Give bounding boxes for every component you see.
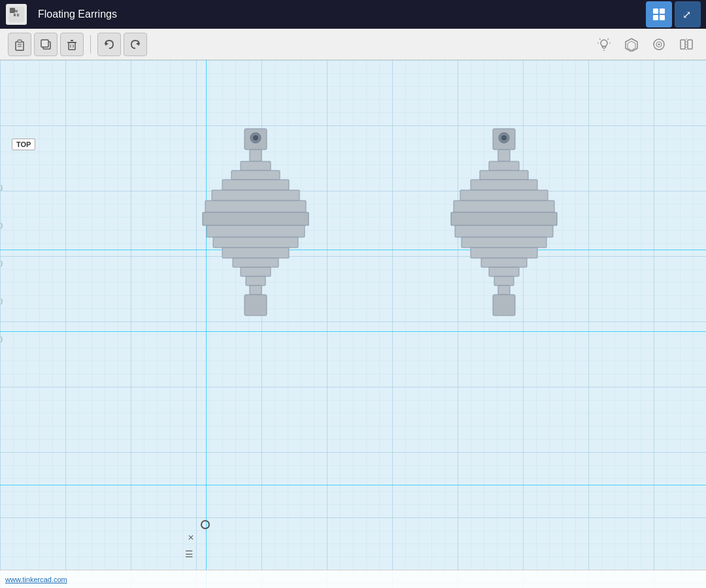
redo-button[interactable] <box>124 33 147 56</box>
svg-rect-42 <box>250 150 261 161</box>
right-earring[interactable] <box>451 129 557 316</box>
svg-rect-48 <box>203 212 309 225</box>
svg-line-27 <box>608 39 609 40</box>
app-logo: N R D <box>6 4 27 25</box>
svg-rect-34 <box>688 40 692 49</box>
header-right: ⤢ <box>646 1 706 27</box>
svg-rect-54 <box>246 276 265 286</box>
bottom-bar: www.tinkercad.com <box>0 570 706 588</box>
svg-rect-68 <box>462 237 546 248</box>
svg-rect-63 <box>471 180 537 190</box>
light-button[interactable] <box>592 33 616 56</box>
toolbar-right <box>592 33 698 56</box>
svg-rect-14 <box>41 40 48 47</box>
paste-button[interactable] <box>8 33 31 56</box>
zoom-button[interactable]: ⤢ <box>675 1 701 27</box>
svg-rect-7 <box>660 15 665 20</box>
x-marker: ✕ <box>188 533 194 542</box>
toolbar <box>0 29 706 60</box>
copy-button[interactable] <box>34 33 58 56</box>
svg-rect-74 <box>493 295 515 316</box>
svg-rect-46 <box>212 190 299 201</box>
svg-rect-67 <box>455 225 553 237</box>
svg-rect-47 <box>205 201 306 212</box>
svg-rect-60 <box>498 150 510 161</box>
svg-point-59 <box>501 135 507 140</box>
svg-text:⤢: ⤢ <box>682 9 691 20</box>
svg-marker-21 <box>136 42 139 46</box>
svg-rect-73 <box>498 286 510 295</box>
svg-rect-64 <box>460 190 548 201</box>
svg-rect-5 <box>660 8 665 14</box>
url-link[interactable]: www.tinkercad.com <box>5 576 67 583</box>
svg-marker-29 <box>628 41 635 50</box>
left-ruler-numbers: ) ) ) ) ) <box>1 184 3 342</box>
header-bar: N R D Floating Earrings ⤢ <box>0 0 706 29</box>
svg-rect-69 <box>471 248 537 258</box>
svg-rect-15 <box>69 42 75 50</box>
svg-rect-65 <box>454 201 554 212</box>
ruler-num-1: ) <box>1 184 3 191</box>
lines-marker: ☰ <box>185 549 193 559</box>
svg-point-32 <box>658 43 660 45</box>
svg-rect-62 <box>480 171 528 180</box>
svg-rect-50 <box>213 237 298 248</box>
svg-text:R D: R D <box>14 13 20 17</box>
svg-rect-72 <box>494 276 514 286</box>
undo-button[interactable] <box>97 33 121 56</box>
svg-point-41 <box>253 135 258 140</box>
svg-rect-55 <box>250 286 261 295</box>
svg-rect-33 <box>681 40 685 49</box>
toolbar-divider-1 <box>90 35 91 54</box>
svg-rect-43 <box>241 161 271 171</box>
viewport[interactable]: TOP ) ) ) ) ) ✕ ☰ <box>0 60 706 588</box>
svg-rect-10 <box>18 40 22 42</box>
svg-line-26 <box>599 39 601 40</box>
svg-rect-70 <box>481 258 527 267</box>
left-earring[interactable] <box>203 129 309 316</box>
title-area: Floating Earrings <box>33 8 646 20</box>
svg-rect-4 <box>653 8 658 14</box>
ruler-num-2: ) <box>1 222 3 229</box>
svg-rect-71 <box>489 267 519 276</box>
svg-rect-45 <box>222 180 289 190</box>
logo-area: N R D <box>0 0 33 29</box>
svg-rect-6 <box>653 15 658 20</box>
circle-marker <box>201 520 210 529</box>
svg-rect-53 <box>241 267 271 276</box>
svg-rect-52 <box>233 258 278 267</box>
svg-point-22 <box>601 40 607 46</box>
group-button[interactable] <box>620 33 643 56</box>
view-label: TOP <box>12 139 35 150</box>
align-button[interactable] <box>647 33 671 56</box>
ruler-num-5: ) <box>1 336 3 342</box>
svg-rect-61 <box>489 161 519 171</box>
svg-rect-66 <box>451 212 557 225</box>
svg-rect-51 <box>222 248 289 258</box>
svg-rect-56 <box>244 295 267 316</box>
project-title: Floating Earrings <box>38 8 117 20</box>
svg-rect-3 <box>10 8 15 13</box>
mirror-button[interactable] <box>675 33 698 56</box>
ruler-num-4: ) <box>1 298 3 304</box>
earrings-display <box>0 60 706 588</box>
grid-view-button[interactable] <box>646 1 672 27</box>
svg-rect-49 <box>207 225 305 237</box>
svg-rect-44 <box>231 171 280 180</box>
svg-marker-20 <box>105 42 109 46</box>
delete-button[interactable] <box>60 33 84 56</box>
ruler-num-3: ) <box>1 260 3 267</box>
